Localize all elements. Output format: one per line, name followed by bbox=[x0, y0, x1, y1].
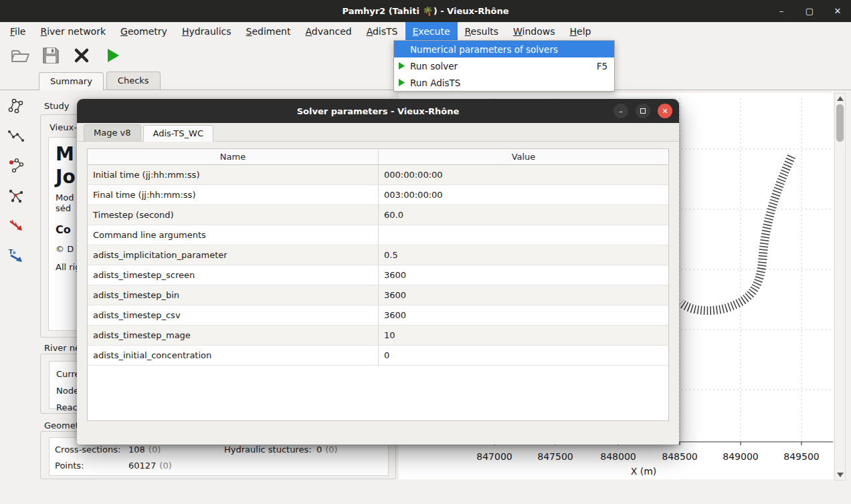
table-row[interactable]: adists_timestep_mage 10 bbox=[88, 326, 668, 346]
x-tick: 848000 bbox=[600, 451, 636, 462]
maximize-icon[interactable]: ▢ bbox=[804, 6, 815, 16]
table-row[interactable]: adists_timestep_screen 3600 bbox=[88, 265, 668, 285]
tab-summary[interactable]: Summary bbox=[39, 72, 104, 90]
close-icon[interactable]: ✕ bbox=[832, 6, 843, 16]
translation-tool-button[interactable]: T₀ bbox=[6, 246, 26, 266]
profile-tool-button[interactable] bbox=[6, 126, 26, 146]
solver-parameters-dialog: Solver parameters - Vieux-Rhône – ✕ Mage… bbox=[77, 99, 679, 445]
execute-menu-dropdown: Numerical parameters of solvers Run solv… bbox=[393, 40, 615, 92]
table-row[interactable]: Initial time (jj:hh:mm:ss) 000:00:00:00 bbox=[88, 165, 668, 185]
menu-execute[interactable]: Execute bbox=[405, 22, 458, 40]
menu-help[interactable]: Help bbox=[563, 22, 599, 40]
open-study-button[interactable] bbox=[9, 45, 31, 66]
play-icon bbox=[398, 79, 410, 86]
longitudinal-profile-icon bbox=[7, 127, 25, 144]
dialog-titlebar[interactable]: Solver parameters - Vieux-Rhône – ✕ bbox=[77, 99, 679, 123]
save-study-button[interactable] bbox=[40, 45, 62, 66]
tab-mage-v8[interactable]: Mage v8 bbox=[84, 124, 141, 141]
table-row[interactable]: Command line arguments bbox=[88, 225, 668, 245]
titlebar[interactable]: Pamhyr2 (Tahiti 🌴) - Vieux-Rhône – ▢ ✕ bbox=[0, 0, 851, 22]
table-row[interactable]: adists_initial_concentration 0 bbox=[88, 346, 668, 366]
menu-results[interactable]: Results bbox=[458, 22, 506, 40]
river-network-tool-button[interactable] bbox=[6, 96, 26, 116]
nodes-red-icon bbox=[7, 157, 25, 174]
menu-windows[interactable]: Windows bbox=[506, 22, 563, 40]
reaches-icon bbox=[7, 187, 25, 205]
river-channel bbox=[681, 156, 791, 311]
dialog-close-icon[interactable]: ✕ bbox=[658, 104, 672, 118]
menu-item-numerical-parameters[interactable]: Numerical parameters of solvers bbox=[394, 41, 614, 57]
solver-tabs: Mage v8 Adis-TS_WC bbox=[77, 123, 679, 142]
column-header-value[interactable]: Value bbox=[379, 149, 668, 164]
x-tick: 849500 bbox=[783, 451, 819, 462]
menu-sediment[interactable]: Sediment bbox=[239, 22, 298, 40]
x-tick: 848500 bbox=[662, 451, 697, 462]
menu-item-run-solver[interactable]: Run solver F5 bbox=[394, 57, 614, 74]
scroll-down-icon[interactable] bbox=[837, 473, 844, 477]
tab-adis-ts-wc[interactable]: Adis-TS_WC bbox=[143, 125, 213, 142]
table-row[interactable]: adists_timestep_csv 3600 bbox=[88, 305, 668, 326]
translation-t-icon: T₀ bbox=[7, 247, 25, 265]
menu-river-network[interactable]: River network bbox=[33, 22, 113, 40]
stat-points: Points: 60127 (0) bbox=[55, 457, 224, 473]
table-row[interactable]: Timestep (second) 60.0 bbox=[88, 205, 668, 225]
table-header-row: Name Value bbox=[88, 149, 668, 165]
minimize-icon[interactable]: – bbox=[776, 6, 787, 16]
slope-arrow-icon bbox=[7, 217, 25, 235]
river-network-icon bbox=[7, 97, 25, 114]
tab-checks[interactable]: Checks bbox=[106, 72, 161, 90]
close-study-button[interactable] bbox=[71, 45, 92, 66]
menu-hydraulics[interactable]: Hydraulics bbox=[175, 22, 239, 40]
window-title: Pamhyr2 (Tahiti 🌴) - Vieux-Rhône bbox=[342, 6, 508, 16]
floppy-disk-icon bbox=[41, 45, 61, 66]
x-icon bbox=[72, 46, 91, 65]
menu-geometry[interactable]: Geometry bbox=[113, 22, 175, 40]
reaches-tool-button[interactable] bbox=[6, 186, 26, 206]
column-header-name[interactable]: Name bbox=[88, 149, 379, 164]
table-row[interactable]: adists_implicitation_parameter 0.5 bbox=[88, 245, 668, 265]
study-group-label: Study bbox=[44, 101, 70, 111]
shortcut-f5: F5 bbox=[597, 61, 607, 72]
play-icon bbox=[398, 62, 410, 70]
x-tick: 849000 bbox=[723, 451, 758, 462]
dialog-title: Solver parameters - Vieux-Rhône bbox=[297, 106, 460, 116]
x-tick: 847500 bbox=[537, 451, 573, 462]
vertical-scrollbar[interactable] bbox=[834, 93, 846, 481]
menu-file[interactable]: File bbox=[3, 22, 33, 40]
table-row[interactable]: adists_timestep_bin 3600 bbox=[88, 285, 668, 305]
scrollbar-thumb[interactable] bbox=[836, 104, 844, 142]
menu-adists[interactable]: AdisTS bbox=[359, 22, 405, 40]
x-tick: 847000 bbox=[476, 451, 512, 462]
menu-item-run-adists[interactable]: Run AdisTS bbox=[394, 74, 614, 91]
menubar: File River network Geometry Hydraulics S… bbox=[0, 22, 851, 40]
parameters-table: Name Value Initial time (jj:hh:mm:ss) 00… bbox=[87, 148, 669, 421]
run-solver-button[interactable] bbox=[102, 45, 123, 66]
menu-advanced[interactable]: Advanced bbox=[298, 22, 359, 40]
dialog-maximize-icon[interactable] bbox=[636, 104, 650, 118]
scroll-up-icon[interactable] bbox=[837, 96, 844, 101]
dialog-minimize-icon[interactable]: – bbox=[613, 104, 628, 118]
nodes-tool-button[interactable] bbox=[6, 156, 26, 176]
table-row[interactable]: Final time (jj:hh:mm:ss) 003:00:00:00 bbox=[88, 185, 668, 205]
x-axis-label: X (m) bbox=[631, 466, 657, 477]
slope-tool-button[interactable] bbox=[6, 216, 26, 236]
svg-text:T₀: T₀ bbox=[9, 249, 15, 255]
left-tool-strip: T₀ bbox=[0, 90, 32, 483]
app-window: Pamhyr2 (Tahiti 🌴) - Vieux-Rhône – ▢ ✕ F… bbox=[0, 0, 851, 504]
play-icon bbox=[103, 46, 122, 65]
folder-open-icon bbox=[10, 45, 30, 66]
